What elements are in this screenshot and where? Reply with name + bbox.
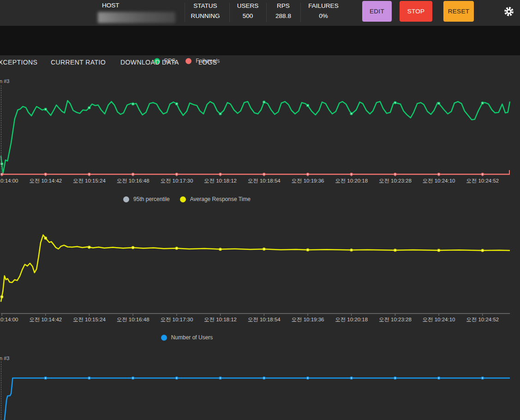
legend-dot-icon (123, 196, 129, 202)
x-tick-label: 오전 10:23:28 (379, 177, 412, 184)
locust-dashboard: HOST STATUS RUNNING USERS 500 RPS 288.8 … (0, 0, 520, 420)
x-tick-label: 오전 10:24:52 (466, 177, 499, 184)
failures-axis-endcap (509, 170, 510, 175)
rps-chart-x-axis: 오전 10:14:00오전 10:14:42오전 10:15:24오전 10:1… (0, 177, 520, 186)
legend-label: Average Response Time (190, 196, 251, 202)
x-tick-label: 오전 10:24:52 (466, 316, 499, 323)
divider (229, 3, 230, 22)
rps-chart-plot[interactable]: Run #3 (0, 61, 520, 177)
x-tick-label: 오전 10:18:54 (248, 177, 281, 184)
nav-item-current-ratio[interactable]: CURRENT RATIO (51, 59, 106, 66)
x-tick-label: 오전 10:17:30 (160, 177, 193, 184)
reset-button[interactable]: RESET (443, 1, 474, 22)
x-tick-label: 오전 10:18:12 (204, 177, 237, 184)
stat-users-label: USERS (237, 2, 259, 9)
x-tick-label: 오전 10:17:30 (160, 316, 193, 323)
stat-users: USERS 500 (237, 0, 259, 26)
stat-status-value: RUNNING (191, 12, 220, 19)
x-tick-label: 오전 10:19:36 (292, 316, 324, 323)
host-label: HOST (102, 2, 120, 9)
x-tick-label: 오전 10:15:24 (73, 316, 106, 323)
users-chart-plot[interactable]: Run #3 (0, 346, 520, 420)
x-tick-label: 오전 10:14:42 (29, 177, 62, 184)
legend-label: 95th percentile (133, 196, 170, 202)
x-tick-label: 오전 10:19:36 (292, 177, 324, 184)
x-tick-label: 오전 10:23:28 (379, 316, 412, 323)
response-chart-x-axis: 오전 10:14:00오전 10:14:42오전 10:15:24오전 10:1… (0, 316, 520, 325)
x-tick-label: 오전 10:16:48 (117, 177, 149, 184)
legend-item[interactable]: Average Response Time (180, 196, 251, 202)
stat-failures: FAILURES 0% (308, 0, 338, 26)
x-tick-label: 오전 10:20:18 (335, 177, 368, 184)
x-tick-label: 오전 10:14:00 (0, 316, 18, 323)
stop-button[interactable]: STOP (400, 1, 432, 22)
x-tick-label: 오전 10:24:10 (423, 177, 455, 184)
edit-button[interactable]: EDIT (362, 1, 392, 22)
stat-status-label: STATUS (191, 2, 220, 9)
x-tick-label: 오전 10:15:24 (73, 177, 106, 184)
host-value-redacted (98, 12, 175, 23)
top-bar: HOST STATUS RUNNING USERS 500 RPS 288.8 … (0, 0, 520, 26)
nav-item-download-data[interactable]: DOWNLOAD DATA (120, 59, 179, 66)
x-tick-label: 오전 10:24:10 (423, 316, 455, 323)
run-marker-line (1, 85, 1, 174)
divider (185, 3, 185, 22)
divider (300, 3, 301, 22)
legend-dot-icon (161, 335, 167, 341)
x-tick-label: 오전 10:16:48 (117, 316, 149, 323)
nav-bar: EXCEPTIONS CURRENT RATIO DOWNLOAD DATA L… (0, 26, 520, 55)
stat-failures-value: 0% (308, 12, 338, 19)
stat-status: STATUS RUNNING (191, 0, 220, 26)
legend-item[interactable]: 95th percentile (123, 196, 170, 202)
legend-item[interactable]: Number of Users (161, 334, 213, 341)
run-marker-line (1, 361, 1, 420)
nav-item-logs[interactable]: LOGS (198, 59, 217, 66)
response-chart-plot[interactable] (0, 207, 520, 316)
x-tick-label: 오전 10:18:54 (248, 316, 281, 323)
stat-rps: RPS 288.8 (275, 0, 291, 26)
gear-icon[interactable] (503, 6, 514, 17)
nav-item-exceptions[interactable]: EXCEPTIONS (0, 59, 37, 66)
legend-dot-icon (180, 196, 186, 202)
legend-label: Number of Users (171, 334, 213, 341)
users-chart-legend: Number of Users (0, 334, 374, 341)
x-tick-label: 오전 10:14:42 (29, 316, 62, 323)
stat-failures-label: FAILURES (308, 2, 338, 9)
x-tick-label: 오전 10:20:18 (335, 316, 368, 323)
divider (266, 3, 267, 22)
stat-rps-label: RPS (275, 2, 291, 9)
stat-users-value: 500 (237, 12, 259, 19)
response-chart-legend: 95th percentileAverage Response Time (0, 195, 374, 203)
x-tick-label: 오전 10:14:00 (0, 177, 18, 184)
stat-rps-value: 288.8 (275, 12, 291, 19)
run-annotation: Run #3 (0, 78, 9, 84)
run-annotation: Run #3 (0, 355, 9, 361)
x-tick-label: 오전 10:18:12 (204, 316, 237, 323)
